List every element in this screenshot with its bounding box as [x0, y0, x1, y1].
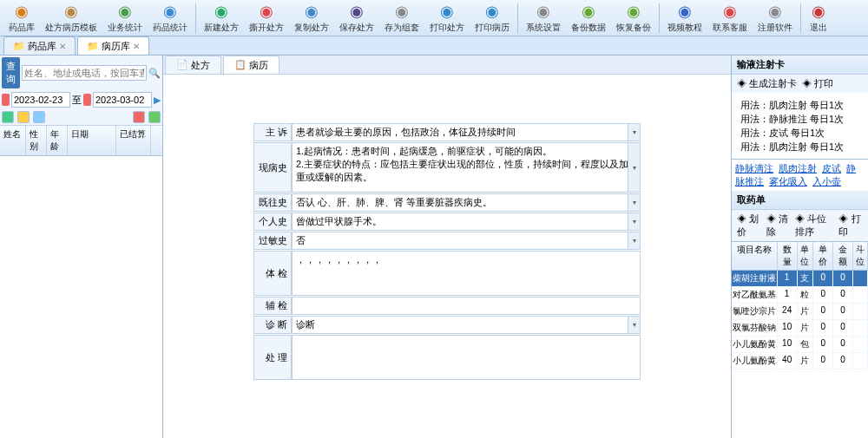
link-雾化吸入[interactable]: 雾化吸入 [769, 176, 807, 186]
toolbar-label: 视频教程 [667, 22, 702, 34]
toolbar-icon: ◉ [257, 2, 276, 21]
link-入小壶[interactable]: 入小壶 [812, 176, 841, 186]
rx-row[interactable]: 小儿氨酚黄...40片00 [732, 353, 868, 369]
dropdown-icon[interactable]: ▾ [628, 232, 640, 249]
grid-col-年龄[interactable]: 年龄 [47, 126, 68, 155]
toolbar-label: 联系客服 [713, 22, 747, 34]
toolbar-打印处方[interactable]: ◉打印处方 [424, 1, 470, 35]
tool-打印[interactable]: ◈ 打印 [802, 77, 833, 90]
toolbar-打印病历[interactable]: ◉打印病历 [470, 1, 515, 35]
rx-row[interactable]: 对乙酰氨基...1粒00 [732, 287, 868, 304]
field-处   理[interactable] [292, 335, 641, 380]
toolbar-备份数据[interactable]: ◉备份数据 [566, 1, 611, 35]
rx-cell [853, 353, 868, 369]
left-tab-药品库[interactable]: 📁药品库✕ [3, 36, 76, 55]
field-主 诉[interactable]: 患者就诊最主要的原因，包括政治，体征及持续时间▾ [292, 123, 641, 141]
field-个人史[interactable]: 曾做过甲状腺手术。▾ [292, 212, 641, 231]
toolbar-label: 业务统计 [108, 22, 142, 34]
dropdown-icon[interactable]: ▾ [628, 143, 640, 192]
grid-col-日期[interactable]: 日期 [68, 126, 116, 155]
link-皮试[interactable]: 皮试 [822, 163, 841, 173]
tool-划价[interactable]: ◈ 划价 [737, 212, 761, 239]
rx-cell: 10 [778, 320, 798, 336]
field-value: 患者就诊最主要的原因，包括政治，体征及持续时间 [296, 127, 516, 137]
link-静脉滴注[interactable]: 静脉滴注 [735, 163, 773, 173]
dropdown-icon[interactable]: ▾ [628, 317, 640, 333]
field-体   检[interactable]: ，，，，，，，，， [292, 251, 641, 296]
rx-col-单价[interactable]: 单价 [813, 242, 833, 270]
mini-edit-icon[interactable] [17, 111, 30, 123]
mini-refresh-icon[interactable] [148, 111, 161, 123]
injection-line: 用法：肌肉注射 每日1次 [740, 98, 859, 112]
tab-icon: 📁 [87, 41, 99, 52]
dropdown-icon[interactable]: ▾ [628, 213, 640, 230]
rx-cell: 1 [778, 287, 798, 303]
link-肌肉注射[interactable]: 肌肉注射 [779, 163, 817, 173]
grid-col-已结算[interactable]: 已结算 [116, 126, 151, 155]
field-既往史[interactable]: 否认 心、肝、肺、脾、肾 等重要脏器疾病史。▾ [292, 193, 641, 212]
tool-清除[interactable]: ◈ 清除 [766, 212, 791, 239]
calendar-icon[interactable] [83, 94, 91, 106]
toolbar-药品统计[interactable]: ◉药品统计 [148, 1, 193, 35]
rx-cell: 双氯芬酸钠... [732, 320, 778, 336]
rx-cell: 0 [833, 320, 853, 336]
field-辅   检[interactable] [292, 297, 641, 315]
dropdown-icon[interactable]: ▾ [628, 124, 640, 141]
close-icon[interactable]: ✕ [133, 42, 140, 51]
toolbar-恢复备份[interactable]: ◉恢复备份 [611, 1, 656, 35]
field-过敏史[interactable]: 否▾ [292, 232, 641, 250]
rx-row[interactable]: 双氯芬酸钠...10片00 [732, 320, 868, 337]
date-from-input[interactable] [11, 92, 70, 108]
mini-add-icon[interactable] [2, 111, 14, 123]
tool-生成注射卡[interactable]: ◈ 生成注射卡 [737, 77, 797, 90]
toolbar-处方病历模板[interactable]: ◉处方病历模板 [40, 1, 102, 35]
toolbar-label: 新建处方 [204, 22, 239, 34]
date-go-icon[interactable]: ▶ [154, 95, 161, 106]
patient-grid-body[interactable] [0, 156, 162, 438]
toolbar-视频教程[interactable]: ◉视频教程 [662, 1, 707, 35]
toolbar-保存处方[interactable]: ◉保存处方 [334, 1, 379, 35]
rx-col-单位[interactable]: 单位 [798, 242, 814, 270]
tool-斗位排序[interactable]: ◈ 斗位排序 [795, 212, 833, 239]
dropdown-icon[interactable]: ▾ [628, 194, 640, 211]
left-tab-病历库[interactable]: 📁病历库✕ [77, 36, 149, 55]
grid-col-性别[interactable]: 性别 [26, 126, 47, 155]
toolbar-注册软件[interactable]: ◉注册软件 [753, 1, 798, 35]
rx-col-数量[interactable]: 数量 [778, 242, 798, 270]
mini-print-icon[interactable] [33, 111, 45, 123]
rx-col-斗位[interactable]: 斗位 [853, 242, 868, 270]
toolbar-撕开处方[interactable]: ◉撕开处方 [244, 1, 289, 35]
toolbar-业务统计[interactable]: ◉业务统计 [102, 1, 148, 35]
tab-label: 药品库 [28, 40, 56, 53]
search-label: 查询 [2, 57, 20, 88]
grid-col-姓名[interactable]: 姓名 [0, 126, 26, 155]
toolbar-新建处方[interactable]: ◉新建处方 [199, 1, 244, 35]
rx-row[interactable]: 柴胡注射液1支00 [732, 271, 868, 287]
rx-col-项目名称[interactable]: 项目名称 [732, 242, 778, 270]
toolbar-复制处方[interactable]: ◉复制处方 [289, 1, 334, 35]
rx-cell: 24 [778, 304, 798, 319]
search-go-icon[interactable]: 🔍 [148, 68, 161, 79]
close-icon[interactable]: ✕ [59, 42, 66, 51]
rx-row[interactable]: 氯喹沙宗片24片00 [732, 304, 868, 320]
toolbar-退出[interactable]: ◉退出 [804, 1, 833, 35]
center-tab-病历[interactable]: 📋病历 [223, 56, 279, 74]
center-tab-处方[interactable]: 📄处方 [165, 56, 221, 74]
field-现病史[interactable]: 1.起病情况：患者时间，起病缓急，前驱症状，可能的病因。 2.主要症状的特点：应… [292, 142, 641, 193]
toolbar-药品库[interactable]: ◉药品库 [3, 1, 40, 35]
toolbar-icon: ◉ [809, 2, 828, 21]
mini-del-icon[interactable] [133, 111, 145, 123]
rx-col-金额[interactable]: 金额 [833, 242, 853, 270]
field-诊   断[interactable]: 诊断▾ [292, 316, 641, 334]
toolbar-系统设置[interactable]: ◉系统设置 [521, 1, 566, 35]
rx-cell [853, 304, 868, 319]
tool-打印[interactable]: ◈ 打印 [838, 212, 863, 239]
rx-cell: 40 [778, 353, 798, 369]
search-input[interactable] [22, 65, 147, 81]
tab-label: 病历库 [102, 40, 130, 53]
date-to-input[interactable] [93, 92, 152, 108]
toolbar-联系客服[interactable]: ◉联系客服 [707, 1, 753, 35]
calendar-icon[interactable] [2, 94, 10, 106]
rx-row[interactable]: 小儿氨酚黄...10包00 [732, 337, 868, 353]
toolbar-存为组套[interactable]: ◉存为组套 [379, 1, 424, 35]
